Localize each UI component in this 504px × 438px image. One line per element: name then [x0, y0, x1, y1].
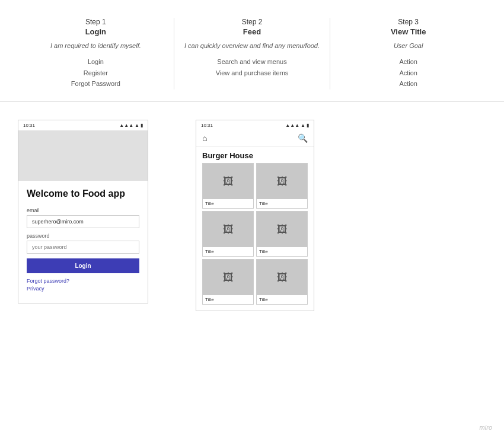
- image-placeholder-icon-1: 🖼: [223, 175, 234, 188]
- feed-status-time: 10:31: [201, 123, 213, 128]
- step-1-actions: Login Register Forgot Password: [24, 56, 168, 89]
- password-label: password: [27, 233, 139, 239]
- step-2-col: Step 2 Feed I can quickly overview and f…: [180, 18, 324, 89]
- image-placeholder-icon-4: 🖼: [277, 223, 288, 236]
- forgot-password-link[interactable]: Forgot password?: [27, 278, 139, 284]
- feed-card-img-6: 🖼: [257, 260, 307, 295]
- feed-signal-icon: ▲▲▲: [285, 123, 299, 128]
- feed-status-icons: ▲▲▲ ▲ ▮: [285, 123, 309, 128]
- divider-1: [174, 18, 174, 89]
- feed-card-label-5: Title: [203, 295, 253, 304]
- login-hero-image: [18, 130, 148, 181]
- phone-statusbar: 10:31 ▲▲▲ ▲ ▮: [18, 120, 148, 130]
- email-field[interactable]: [27, 215, 139, 228]
- feed-card-img-1: 🖼: [203, 164, 253, 199]
- step-1-name: Login: [24, 27, 168, 36]
- step-1-col: Step 1 Login I am required to identify m…: [24, 18, 168, 89]
- feed-battery-icon: ▮: [307, 123, 309, 128]
- feed-card-5[interactable]: 🖼 Title: [202, 259, 254, 305]
- step-3-name: View Title: [336, 27, 480, 36]
- feed-grid: 🖼 Title 🖼 Title 🖼 Title 🖼 Tit: [196, 163, 314, 311]
- feed-card-label-4: Title: [257, 247, 307, 256]
- step-2-name: Feed: [180, 27, 324, 36]
- feed-wifi-icon: ▲: [301, 123, 305, 128]
- password-field[interactable]: [27, 241, 139, 254]
- steps-section: Step 1 Login I am required to identify m…: [0, 0, 504, 101]
- status-time: 10:31: [23, 123, 35, 128]
- step-1-label: Step 1: [24, 18, 168, 26]
- image-placeholder-icon-2: 🖼: [277, 175, 288, 188]
- feed-card-img-5: 🖼: [203, 260, 253, 295]
- login-button[interactable]: Login: [27, 258, 139, 273]
- wifi-icon: ▲: [135, 123, 139, 128]
- divider-2: [330, 18, 330, 89]
- image-placeholder-icon-6: 🖼: [277, 271, 288, 284]
- step-2-actions: Search and view menus View and purchase …: [180, 56, 324, 78]
- step-3-actions: Action Action Action: [336, 56, 480, 89]
- feed-card-label-3: Title: [203, 247, 253, 256]
- feed-card-4[interactable]: 🖼 Title: [256, 211, 308, 257]
- feed-navbar: ⌂ 🔍: [196, 130, 314, 146]
- privacy-link[interactable]: Privacy: [27, 286, 139, 292]
- restaurant-name: Burger House: [196, 146, 314, 163]
- feed-card-img-4: 🖼: [257, 212, 307, 247]
- step-3-goal: User Goal: [336, 42, 480, 49]
- feed-card-label-2: Title: [257, 199, 307, 208]
- image-placeholder-icon-5: 🖼: [223, 271, 234, 284]
- feed-card-3[interactable]: 🖼 Title: [202, 211, 254, 257]
- feed-card-img-2: 🖼: [257, 164, 307, 199]
- feed-card-6[interactable]: 🖼 Title: [256, 259, 308, 305]
- step-2-goal: I can quickly overview and find any menu…: [180, 42, 324, 49]
- feed-statusbar: 10:31 ▲▲▲ ▲ ▮: [196, 120, 314, 130]
- step-2-label: Step 2: [180, 18, 324, 26]
- email-label: email: [27, 207, 139, 213]
- wireframes-section: 10:31 ▲▲▲ ▲ ▮ Welcome to Food app email …: [0, 102, 504, 323]
- miro-watermark: miro: [480, 424, 492, 431]
- feed-card-1[interactable]: 🖼 Title: [202, 163, 254, 209]
- step-3-col: Step 3 View Title User Goal Action Actio…: [336, 18, 480, 89]
- login-wireframe: 10:31 ▲▲▲ ▲ ▮ Welcome to Food app email …: [18, 120, 148, 303]
- feed-card-2[interactable]: 🖼 Title: [256, 163, 308, 209]
- step-3-label: Step 3: [336, 18, 480, 26]
- image-placeholder-icon-3: 🖼: [223, 223, 234, 236]
- home-icon[interactable]: ⌂: [202, 133, 207, 143]
- feed-card-label-1: Title: [203, 199, 253, 208]
- login-title: Welcome to Food app: [27, 188, 139, 199]
- search-icon[interactable]: 🔍: [298, 133, 308, 143]
- step-1-goal: I am required to identify myself.: [24, 42, 168, 49]
- feed-wireframe: 10:31 ▲▲▲ ▲ ▮ ⌂ 🔍 Burger House 🖼 Title 🖼: [196, 120, 314, 311]
- login-content: Welcome to Food app email password Login…: [18, 181, 148, 303]
- feed-card-img-3: 🖼: [203, 212, 253, 247]
- status-icons: ▲▲▲ ▲ ▮: [119, 123, 143, 128]
- signal-icon: ▲▲▲: [119, 123, 133, 128]
- feed-card-label-6: Title: [257, 295, 307, 304]
- battery-icon: ▮: [141, 123, 143, 128]
